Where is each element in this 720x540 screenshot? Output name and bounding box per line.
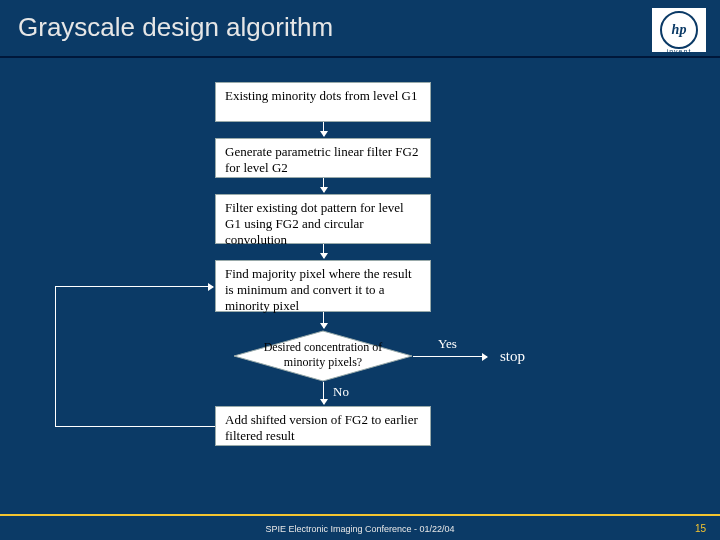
flow-stop: stop [500,348,525,365]
label-yes: Yes [438,336,457,352]
flow-box-generate-filter: Generate parametric linear filter FG2 fo… [215,138,431,178]
arrow-icon [323,122,324,136]
page-number: 15 [695,523,706,534]
arrow-icon [323,244,324,258]
flow-box-input: Existing minority dots from level G1 [215,82,431,122]
flow-decision-text: Desired concentration of minority pixels… [253,340,393,370]
hp-logo-tagline: invent [652,48,706,55]
label-no: No [333,384,349,400]
arrow-icon [413,356,487,357]
footer-text: SPIE Electronic Imaging Conference - 01/… [0,524,720,534]
feedback-line [55,426,215,427]
hp-logo: hp invent [652,8,706,52]
hp-logo-mark: hp [660,11,698,49]
flow-box-find-majority: Find majority pixel where the result is … [215,260,431,312]
flow-decision: Desired concentration of minority pixels… [233,330,413,382]
title-bar: Grayscale design algorithm [0,0,720,58]
flow-box-add-shifted: Add shifted version of FG2 to earlier fi… [215,406,431,446]
feedback-line [55,286,56,426]
arrow-icon [323,178,324,192]
flow-box-filter-pattern: Filter existing dot pattern for level G1… [215,194,431,244]
arrow-icon [55,286,213,287]
arrow-icon [323,312,324,328]
footer-divider [0,514,720,516]
arrow-icon [323,382,324,404]
flowchart-canvas: Existing minority dots from level G1 Gen… [0,58,720,540]
page-title: Grayscale design algorithm [18,12,333,43]
